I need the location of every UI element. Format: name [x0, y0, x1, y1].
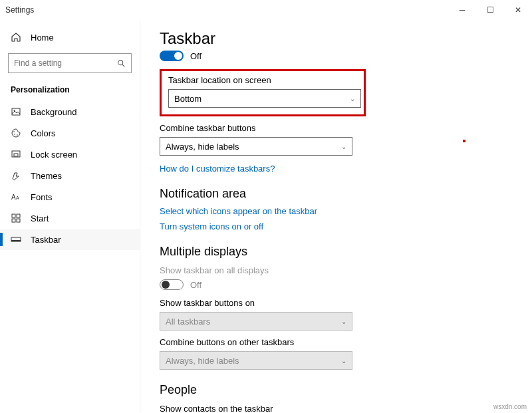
location-value: Bottom: [174, 94, 201, 104]
buttons-on-value: All taskbars: [166, 317, 210, 327]
svg-rect-11: [12, 214, 15, 217]
sidebar-item-taskbar[interactable]: Taskbar: [0, 229, 140, 250]
combine-other-value: Always, hide labels: [166, 356, 239, 366]
top-toggle-label: Off: [190, 51, 201, 61]
system-icons-link[interactable]: Turn system icons on or off: [160, 221, 512, 231]
svg-point-0: [118, 61, 123, 65]
start-icon: [11, 213, 21, 223]
taskbar-icon: [11, 234, 21, 245]
notification-heading: Notification area: [160, 187, 512, 201]
highlighted-setting: Taskbar location on screen Bottom ⌄: [160, 69, 366, 116]
titlebar: Settings ─ ☐ ✕: [0, 0, 532, 20]
svg-point-6: [17, 134, 18, 136]
sidebar-item-themes[interactable]: Themes: [0, 165, 140, 186]
show-all-toggle-row: Off: [160, 279, 512, 290]
fonts-icon: AA: [11, 192, 21, 202]
show-contacts-label: Show contacts on the taskbar: [160, 404, 512, 413]
search-box[interactable]: [8, 53, 132, 73]
location-label: Taskbar location on screen: [168, 75, 357, 85]
sidebar-item-label: Themes: [31, 171, 62, 181]
sidebar-item-lockscreen[interactable]: Lock screen: [0, 144, 140, 165]
main-content: Taskbar Off Taskbar location on screen B…: [140, 20, 532, 413]
sidebar-item-start[interactable]: Start: [0, 207, 140, 229]
sidebar-item-label: Fonts: [31, 192, 53, 202]
maximize-button[interactable]: ☐: [476, 0, 504, 20]
buttons-on-label: Show taskbar buttons on: [160, 298, 512, 308]
svg-point-5: [14, 134, 15, 135]
combine-dropdown[interactable]: Always, hide labels ⌄: [160, 137, 352, 156]
svg-rect-13: [12, 219, 15, 222]
select-icons-link[interactable]: Select which icons appear on the taskbar: [160, 206, 512, 216]
watermark: wsxdn.com: [493, 403, 527, 410]
red-dot-annotation: [463, 140, 466, 142]
show-all-state: Off: [190, 280, 201, 290]
sidebar-item-label: Taskbar: [31, 235, 61, 245]
close-button[interactable]: ✕: [504, 0, 532, 20]
home-icon: [11, 32, 21, 43]
show-all-label: Show taskbar on all displays: [160, 265, 512, 275]
top-toggle-row: Off: [160, 51, 512, 61]
svg-rect-14: [17, 219, 20, 222]
search-input[interactable]: [14, 59, 116, 68]
svg-text:A: A: [16, 196, 19, 200]
sidebar-item-background[interactable]: Background: [0, 101, 140, 122]
svg-rect-12: [17, 214, 20, 217]
buttons-on-dropdown: All taskbars ⌄: [160, 312, 352, 331]
chevron-down-icon: ⌄: [341, 318, 346, 325]
location-dropdown[interactable]: Bottom ⌄: [168, 89, 361, 108]
customize-link[interactable]: How do I customize taskbars?: [160, 164, 512, 174]
window-title: Settings: [5, 5, 34, 15]
combine-other-label: Combine buttons on other taskbars: [160, 337, 512, 347]
chevron-down-icon: ⌄: [350, 95, 355, 102]
palette-icon: [11, 128, 21, 138]
search-icon: [116, 59, 126, 68]
sidebar: Home Personalization Background Colors L…: [0, 20, 140, 413]
show-all-toggle[interactable]: [160, 279, 184, 290]
sidebar-item-label: Start: [31, 213, 49, 223]
top-toggle[interactable]: [160, 51, 184, 61]
home-nav[interactable]: Home: [0, 27, 140, 48]
lockscreen-icon: [11, 149, 21, 160]
people-heading: People: [160, 383, 512, 397]
combine-other-dropdown: Always, hide labels ⌄: [160, 351, 352, 370]
themes-icon: [11, 170, 21, 181]
combine-label: Combine taskbar buttons: [160, 123, 512, 133]
home-label: Home: [31, 33, 54, 43]
minimize-button[interactable]: ─: [448, 0, 476, 20]
sidebar-item-label: Colors: [31, 128, 56, 138]
chevron-down-icon: ⌄: [341, 143, 346, 150]
svg-text:A: A: [11, 194, 16, 201]
svg-rect-8: [14, 154, 18, 156]
sidebar-item-colors[interactable]: Colors: [0, 122, 140, 144]
sidebar-item-label: Background: [31, 107, 76, 117]
chevron-down-icon: ⌄: [341, 357, 346, 364]
svg-rect-2: [12, 108, 20, 115]
svg-line-1: [122, 65, 125, 67]
svg-rect-16: [11, 240, 21, 241]
picture-icon: [11, 106, 21, 117]
page-title: Taskbar: [160, 29, 512, 48]
window-controls: ─ ☐ ✕: [448, 0, 532, 20]
svg-point-4: [13, 131, 15, 132]
sidebar-item-label: Lock screen: [31, 150, 77, 160]
category-label: Personalization: [0, 81, 140, 101]
sidebar-item-fonts[interactable]: AA Fonts: [0, 186, 140, 207]
multi-heading: Multiple displays: [160, 245, 512, 259]
combine-value: Always, hide labels: [166, 142, 239, 152]
